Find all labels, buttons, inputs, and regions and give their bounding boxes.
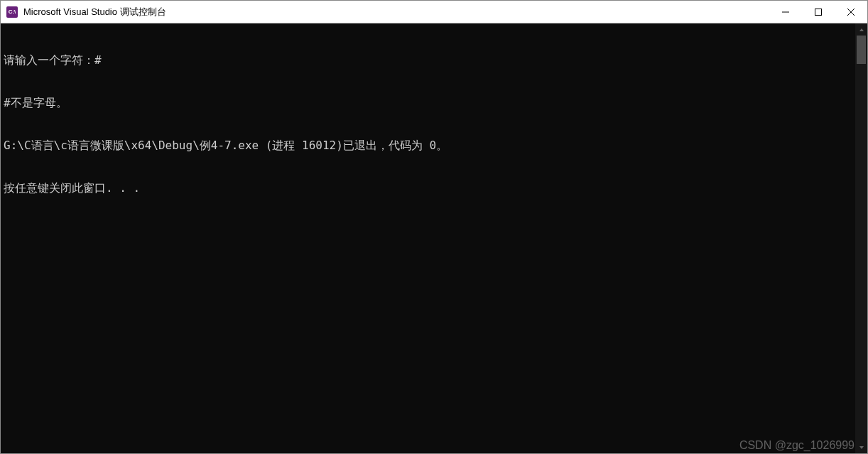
scroll-thumb[interactable] (857, 36, 866, 64)
app-window: C:\ Microsoft Visual Studio 调试控制台 请输入一个字… (0, 0, 868, 454)
titlebar[interactable]: C:\ Microsoft Visual Studio 调试控制台 (1, 1, 867, 23)
svg-marker-5 (859, 446, 864, 449)
maximize-icon (815, 9, 822, 16)
console-area: 请输入一个字符：# #不是字母。 G:\C语言\c语言微课版\x64\Debug… (1, 23, 867, 453)
window-controls (769, 1, 867, 23)
chevron-up-icon (859, 27, 864, 33)
app-icon: C:\ (6, 6, 18, 18)
minimize-icon (782, 9, 789, 16)
window-title: Microsoft Visual Studio 调试控制台 (23, 6, 769, 18)
scroll-up-button[interactable] (855, 23, 867, 36)
maximize-button[interactable] (802, 1, 835, 23)
watermark-text: CSDN @zgc_1026999 (739, 439, 855, 452)
minimize-button[interactable] (769, 1, 802, 23)
console-line: 按任意键关闭此窗口. . . (4, 181, 852, 195)
close-button[interactable] (835, 1, 867, 23)
svg-rect-1 (815, 9, 822, 15)
svg-marker-4 (859, 28, 864, 31)
scroll-track[interactable] (855, 64, 867, 441)
console-line: #不是字母。 (4, 96, 852, 110)
console-output[interactable]: 请输入一个字符：# #不是字母。 G:\C语言\c语言微课版\x64\Debug… (1, 23, 855, 453)
console-line: 请输入一个字符：# (4, 53, 852, 67)
console-line: G:\C语言\c语言微课版\x64\Debug\例4-7.exe (进程 160… (4, 139, 852, 153)
vertical-scrollbar[interactable] (855, 23, 867, 453)
close-icon (847, 9, 855, 16)
chevron-down-icon (859, 445, 864, 450)
scroll-down-button[interactable] (855, 441, 867, 453)
